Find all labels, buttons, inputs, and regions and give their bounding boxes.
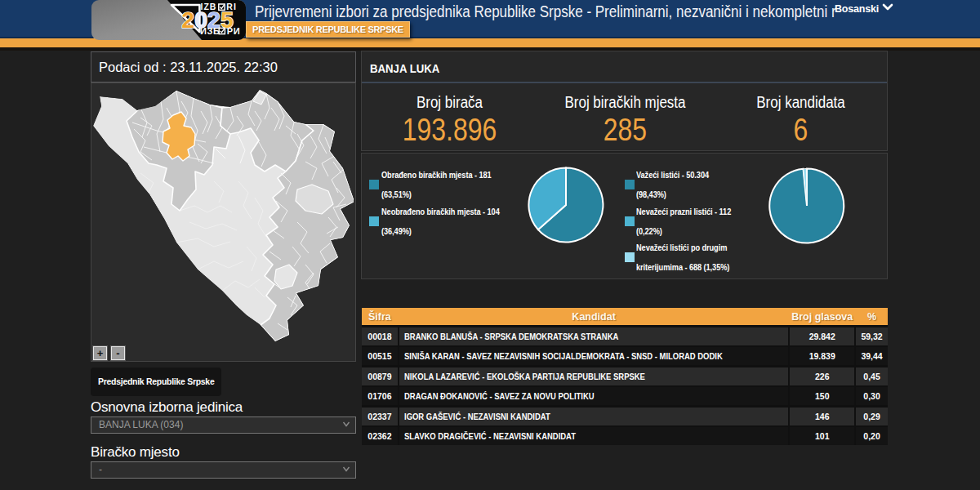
svg-text:РИ: РИ: [227, 26, 240, 36]
svg-text:2: 2: [181, 7, 194, 33]
svg-text:ИЗБ: ИЗБ: [200, 26, 220, 36]
